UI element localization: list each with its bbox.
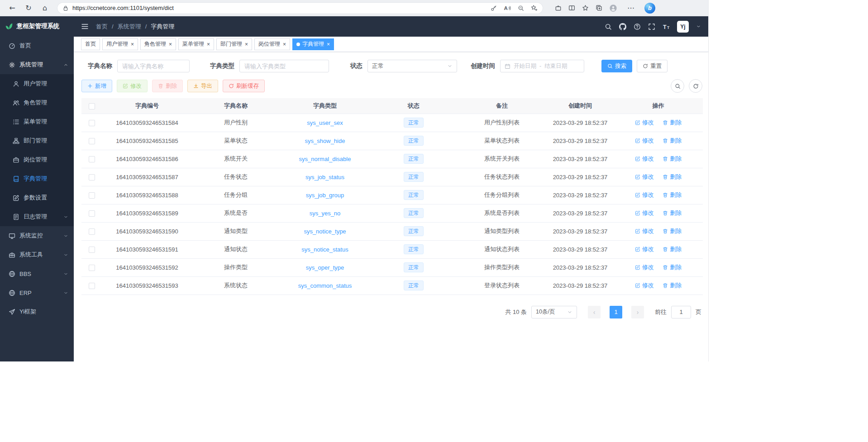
sidebar-item-bbs[interactable]: BBS	[0, 264, 74, 283]
row-checkbox[interactable]	[89, 192, 95, 199]
delete-button[interactable]: 删除	[152, 80, 183, 92]
copilot-icon[interactable]: b	[644, 3, 655, 14]
close-icon[interactable]: ×	[245, 42, 248, 47]
sidebar-toggle-button[interactable]	[81, 23, 89, 30]
dict-type-link[interactable]: sys_user_sex	[307, 119, 343, 126]
sidebar-item-dept-management[interactable]: 部门管理	[0, 131, 74, 150]
row-checkbox[interactable]	[89, 265, 95, 271]
row-edit-button[interactable]: 修改	[635, 191, 654, 199]
row-delete-button[interactable]: 删除	[663, 263, 682, 271]
dict-type-link[interactable]: sys_show_hide	[305, 138, 345, 144]
breadcrumb-system[interactable]: 系统管理	[118, 23, 141, 31]
close-icon[interactable]: ×	[283, 42, 286, 47]
status-select[interactable]: 正常	[367, 60, 457, 72]
address-bar[interactable]: https://ccnetcore.com:1101/system/dict	[57, 2, 543, 14]
split-screen-icon[interactable]	[568, 5, 575, 11]
row-checkbox[interactable]	[89, 210, 95, 217]
extensions-icon[interactable]	[555, 5, 562, 11]
dict-type-link[interactable]: sys_job_group	[306, 192, 344, 199]
dict-type-link[interactable]: sys_yes_no	[310, 210, 341, 217]
row-edit-button[interactable]: 修改	[635, 137, 654, 145]
dict-type-link[interactable]: sys_notice_status	[301, 246, 348, 253]
sidebar-item-erp[interactable]: ERP	[0, 283, 74, 302]
export-button[interactable]: 导出	[187, 80, 218, 92]
sidebar-item-log-management[interactable]: 日志管理	[0, 207, 74, 226]
search-button[interactable]: 搜索	[601, 60, 632, 72]
fullscreen-icon[interactable]	[648, 23, 655, 30]
next-page-button[interactable]: ›	[631, 306, 644, 318]
sidebar-item-system-tools[interactable]: 系统工具	[0, 245, 74, 264]
row-checkbox[interactable]	[89, 247, 95, 253]
row-delete-button[interactable]: 删除	[663, 281, 682, 290]
tab-dept-management[interactable]: 部门管理×	[216, 38, 252, 50]
tab-menu-management[interactable]: 菜单管理×	[178, 38, 214, 50]
user-menu-caret-icon[interactable]	[696, 24, 701, 29]
date-range-picker[interactable]: 开始日期 - 结束日期	[500, 60, 584, 72]
row-delete-button[interactable]: 删除	[663, 191, 682, 199]
browser-reload-button[interactable]: ↻	[22, 2, 35, 14]
dict-type-input[interactable]	[239, 60, 329, 72]
read-aloud-icon[interactable]	[504, 5, 511, 12]
user-avatar[interactable]: Yj	[677, 21, 689, 33]
goto-page-input[interactable]	[671, 306, 691, 318]
close-icon[interactable]: ×	[327, 42, 330, 47]
refresh-cache-button[interactable]: 刷新缓存	[223, 80, 265, 92]
sidebar-item-yi-framework[interactable]: Yi框架	[0, 302, 74, 321]
close-icon[interactable]: ×	[131, 42, 134, 47]
tab-post-management[interactable]: 岗位管理×	[254, 38, 290, 50]
row-edit-button[interactable]: 修改	[635, 119, 654, 127]
zoom-out-icon[interactable]	[518, 5, 524, 11]
row-checkbox[interactable]	[89, 120, 95, 126]
reset-button[interactable]: 重置	[637, 60, 668, 72]
row-delete-button[interactable]: 删除	[663, 119, 682, 127]
dict-type-link[interactable]: sys_common_status	[298, 282, 352, 289]
sidebar-item-system-management[interactable]: 系统管理	[0, 55, 74, 74]
page-size-select[interactable]: 10条/页	[531, 306, 577, 318]
edit-button[interactable]: 修改	[117, 80, 148, 92]
add-button[interactable]: 新增	[81, 80, 112, 92]
row-edit-button[interactable]: 修改	[635, 281, 654, 290]
sidebar-item-role-management[interactable]: 角色管理	[0, 93, 74, 112]
select-all-checkbox[interactable]	[89, 103, 95, 109]
sidebar-item-dict-management[interactable]: 字典管理	[0, 169, 74, 188]
row-delete-button[interactable]: 删除	[663, 173, 682, 181]
row-edit-button[interactable]: 修改	[635, 155, 654, 163]
dict-type-link[interactable]: sys_oper_type	[306, 264, 344, 271]
row-delete-button[interactable]: 删除	[663, 227, 682, 235]
row-checkbox[interactable]	[89, 138, 95, 144]
saved-passwords-icon[interactable]	[491, 5, 497, 11]
browser-back-button[interactable]: ←	[5, 2, 19, 14]
refresh-table-button[interactable]	[689, 79, 702, 93]
profile-avatar-icon[interactable]	[609, 4, 617, 12]
row-delete-button[interactable]: 删除	[663, 155, 682, 163]
browser-menu-button[interactable]: ⋯	[624, 2, 638, 14]
row-edit-button[interactable]: 修改	[635, 227, 654, 235]
row-edit-button[interactable]: 修改	[635, 209, 654, 217]
row-checkbox[interactable]	[89, 228, 95, 235]
sidebar-item-post-management[interactable]: 岗位管理	[0, 150, 74, 169]
browser-home-button[interactable]: ⌂	[38, 2, 52, 14]
breadcrumb-home[interactable]: 首页	[96, 23, 108, 31]
tab-user-management[interactable]: 用户管理×	[102, 38, 138, 50]
row-edit-button[interactable]: 修改	[635, 173, 654, 181]
tab-dict-management[interactable]: 字典管理×	[292, 38, 334, 50]
header-search-icon[interactable]	[605, 23, 612, 30]
collections-icon[interactable]	[596, 5, 602, 11]
page-1-button[interactable]: 1	[610, 306, 622, 318]
dict-type-link[interactable]: sys_job_status	[305, 174, 344, 181]
dict-type-link[interactable]: sys_normal_disable	[299, 156, 351, 162]
sidebar-item-home[interactable]: 首页	[0, 36, 74, 55]
github-icon[interactable]	[619, 23, 626, 30]
row-delete-button[interactable]: 删除	[663, 245, 682, 253]
close-icon[interactable]: ×	[169, 42, 172, 47]
row-delete-button[interactable]: 删除	[663, 209, 682, 217]
row-delete-button[interactable]: 删除	[663, 137, 682, 145]
sidebar-item-param-settings[interactable]: 参数设置	[0, 188, 74, 207]
row-checkbox[interactable]	[89, 283, 95, 289]
sidebar-item-system-monitor[interactable]: 系统监控	[0, 226, 74, 245]
add-favorite-icon[interactable]	[531, 5, 538, 11]
favorites-icon[interactable]	[582, 5, 589, 11]
tab-role-management[interactable]: 角色管理×	[140, 38, 176, 50]
close-icon[interactable]: ×	[207, 42, 210, 47]
row-checkbox[interactable]	[89, 174, 95, 181]
